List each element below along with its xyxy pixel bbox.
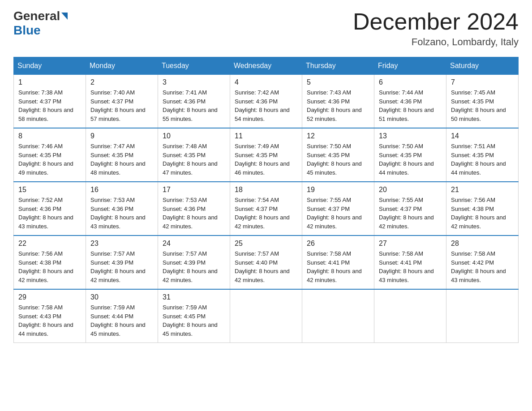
logo: General Blue [13, 9, 69, 38]
sunrise-label: Sunrise: 7:57 AM [235, 250, 279, 257]
title-block: December 2024 Folzano, Lombardy, Italy [353, 9, 519, 48]
day-number: 23 [90, 240, 153, 248]
sunset-label: Sunset: 4:44 PM [90, 313, 133, 320]
day-info: Sunrise: 7:53 AM Sunset: 4:36 PM Dayligh… [90, 196, 153, 231]
daylight-label: Daylight: 8 hours and 43 minutes. [379, 268, 434, 283]
daylight-label: Daylight: 8 hours and 42 minutes. [451, 214, 506, 230]
day-info: Sunrise: 7:59 AM Sunset: 4:44 PM Dayligh… [90, 303, 153, 338]
day-number: 19 [307, 186, 369, 194]
day-info: Sunrise: 7:41 AM Sunset: 4:36 PM Dayligh… [163, 88, 225, 123]
sunset-label: Sunset: 4:37 PM [18, 98, 61, 105]
day-number: 1 [18, 78, 81, 86]
calendar-header-friday: Friday [374, 57, 446, 75]
day-info: Sunrise: 7:54 AM Sunset: 4:37 PM Dayligh… [235, 196, 297, 231]
calendar-day-cell: 6 Sunrise: 7:44 AM Sunset: 4:36 PM Dayli… [374, 75, 446, 128]
day-number: 6 [379, 78, 442, 86]
day-number: 14 [451, 132, 514, 140]
day-info: Sunrise: 7:42 AM Sunset: 4:36 PM Dayligh… [235, 88, 297, 123]
sunset-label: Sunset: 4:36 PM [90, 206, 133, 212]
day-number: 13 [379, 132, 442, 140]
calendar-week-row: 1 Sunrise: 7:38 AM Sunset: 4:37 PM Dayli… [14, 75, 519, 128]
day-info: Sunrise: 7:51 AM Sunset: 4:35 PM Dayligh… [451, 142, 514, 177]
daylight-label: Daylight: 8 hours and 45 minutes. [307, 160, 362, 176]
daylight-label: Daylight: 8 hours and 42 minutes. [235, 268, 290, 283]
day-info: Sunrise: 7:45 AM Sunset: 4:35 PM Dayligh… [451, 88, 514, 123]
sunrise-label: Sunrise: 7:58 AM [379, 250, 423, 257]
calendar-day-cell: 25 Sunrise: 7:57 AM Sunset: 4:40 PM Dayl… [230, 235, 302, 289]
day-info: Sunrise: 7:53 AM Sunset: 4:36 PM Dayligh… [163, 196, 225, 231]
day-info: Sunrise: 7:48 AM Sunset: 4:35 PM Dayligh… [163, 142, 225, 177]
day-number: 24 [163, 240, 225, 248]
sunrise-label: Sunrise: 7:58 AM [18, 304, 63, 311]
calendar-header-row: SundayMondayTuesdayWednesdayThursdayFrid… [14, 57, 519, 75]
calendar-day-cell: 1 Sunrise: 7:38 AM Sunset: 4:37 PM Dayli… [14, 75, 86, 128]
sunrise-label: Sunrise: 7:55 AM [307, 197, 351, 203]
day-info: Sunrise: 7:43 AM Sunset: 4:36 PM Dayligh… [307, 88, 369, 123]
daylight-label: Daylight: 8 hours and 42 minutes. [379, 214, 434, 230]
sunrise-label: Sunrise: 7:57 AM [90, 250, 135, 257]
sunset-label: Sunset: 4:35 PM [90, 152, 133, 158]
daylight-label: Daylight: 8 hours and 51 minutes. [379, 107, 434, 122]
sunrise-label: Sunrise: 7:59 AM [163, 304, 207, 311]
sunset-label: Sunset: 4:36 PM [379, 98, 422, 105]
daylight-label: Daylight: 8 hours and 48 minutes. [90, 160, 146, 176]
sunset-label: Sunset: 4:43 PM [18, 313, 61, 320]
calendar-day-cell [374, 289, 446, 343]
daylight-label: Daylight: 8 hours and 57 minutes. [90, 107, 146, 122]
sunset-label: Sunset: 4:37 PM [307, 206, 350, 212]
sunrise-label: Sunrise: 7:59 AM [90, 304, 135, 311]
day-number: 3 [163, 78, 225, 86]
calendar-day-cell: 4 Sunrise: 7:42 AM Sunset: 4:36 PM Dayli… [230, 75, 302, 128]
day-number: 22 [18, 240, 81, 248]
day-number: 9 [90, 132, 153, 140]
sunrise-label: Sunrise: 7:50 AM [307, 143, 351, 150]
day-number: 20 [379, 186, 442, 194]
sunset-label: Sunset: 4:36 PM [18, 206, 61, 212]
sunrise-label: Sunrise: 7:51 AM [451, 143, 495, 150]
sunset-label: Sunset: 4:35 PM [451, 152, 494, 158]
sunset-label: Sunset: 4:41 PM [379, 259, 422, 266]
calendar-day-cell [230, 289, 302, 343]
calendar-day-cell: 26 Sunrise: 7:58 AM Sunset: 4:41 PM Dayl… [302, 235, 374, 289]
calendar-day-cell: 16 Sunrise: 7:53 AM Sunset: 4:36 PM Dayl… [86, 182, 158, 235]
calendar-day-cell: 14 Sunrise: 7:51 AM Sunset: 4:35 PM Dayl… [446, 128, 519, 182]
day-number: 5 [307, 78, 369, 86]
daylight-label: Daylight: 8 hours and 44 minutes. [379, 160, 434, 176]
calendar-day-cell: 28 Sunrise: 7:58 AM Sunset: 4:42 PM Dayl… [446, 235, 519, 289]
month-title: December 2024 [353, 9, 519, 34]
day-info: Sunrise: 7:40 AM Sunset: 4:37 PM Dayligh… [90, 88, 153, 123]
calendar-day-cell: 18 Sunrise: 7:54 AM Sunset: 4:37 PM Dayl… [230, 182, 302, 235]
day-number: 10 [163, 132, 225, 140]
daylight-label: Daylight: 8 hours and 44 minutes. [18, 321, 73, 337]
sunrise-label: Sunrise: 7:52 AM [18, 197, 63, 203]
daylight-label: Daylight: 8 hours and 43 minutes. [451, 268, 506, 283]
day-number: 29 [18, 293, 81, 301]
sunset-label: Sunset: 4:35 PM [379, 152, 422, 158]
sunrise-label: Sunrise: 7:53 AM [90, 197, 135, 203]
calendar-week-row: 22 Sunrise: 7:56 AM Sunset: 4:38 PM Dayl… [14, 235, 519, 289]
daylight-label: Daylight: 8 hours and 42 minutes. [163, 268, 218, 283]
calendar-day-cell: 13 Sunrise: 7:50 AM Sunset: 4:35 PM Dayl… [374, 128, 446, 182]
daylight-label: Daylight: 8 hours and 45 minutes. [90, 321, 146, 337]
calendar-day-cell: 19 Sunrise: 7:55 AM Sunset: 4:37 PM Dayl… [302, 182, 374, 235]
day-number: 11 [235, 132, 297, 140]
day-number: 21 [451, 186, 514, 194]
day-info: Sunrise: 7:55 AM Sunset: 4:37 PM Dayligh… [379, 196, 442, 231]
sunset-label: Sunset: 4:37 PM [90, 98, 133, 105]
day-number: 27 [379, 240, 442, 248]
daylight-label: Daylight: 8 hours and 42 minutes. [307, 214, 362, 230]
calendar-table: SundayMondayTuesdayWednesdayThursdayFrid… [13, 57, 519, 343]
sunrise-label: Sunrise: 7:55 AM [379, 197, 423, 203]
day-info: Sunrise: 7:59 AM Sunset: 4:45 PM Dayligh… [163, 303, 225, 338]
calendar-day-cell: 15 Sunrise: 7:52 AM Sunset: 4:36 PM Dayl… [14, 182, 86, 235]
sunrise-label: Sunrise: 7:58 AM [451, 250, 495, 257]
day-number: 16 [90, 186, 153, 194]
daylight-label: Daylight: 8 hours and 43 minutes. [90, 214, 146, 230]
day-info: Sunrise: 7:46 AM Sunset: 4:35 PM Dayligh… [18, 142, 81, 177]
sunrise-label: Sunrise: 7:42 AM [235, 89, 279, 96]
calendar-header-saturday: Saturday [446, 57, 519, 75]
daylight-label: Daylight: 8 hours and 42 minutes. [163, 214, 218, 230]
sunrise-label: Sunrise: 7:46 AM [18, 143, 63, 150]
day-number: 25 [235, 240, 297, 248]
sunset-label: Sunset: 4:35 PM [451, 98, 494, 105]
